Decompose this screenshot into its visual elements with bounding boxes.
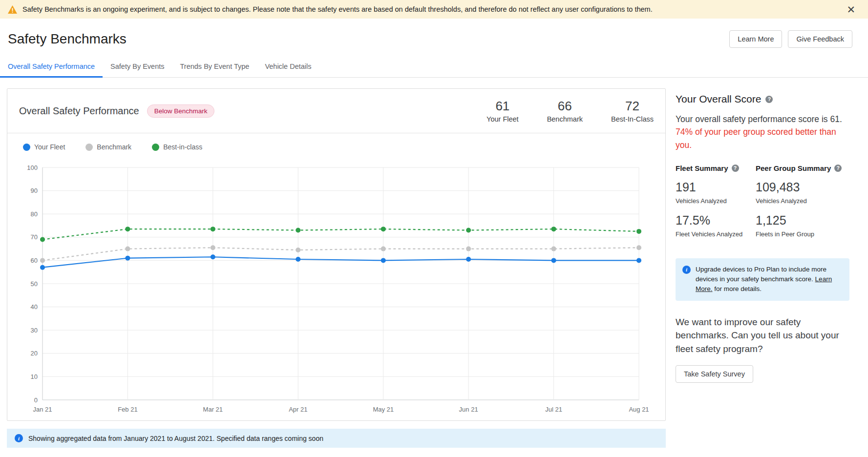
stat-benchmark-value: 66 [547, 99, 583, 114]
score-summary-text: Your overall safety performance score is… [676, 113, 849, 151]
peer-summary-title: Peer Group Summary [756, 164, 831, 172]
fleet-summary-heading: Fleet Summary ? [676, 164, 754, 172]
peer-vehicles-analyzed-label: Vehicles Analyzed [756, 197, 849, 205]
svg-text:Jun 21: Jun 21 [459, 406, 478, 413]
svg-text:20: 20 [31, 350, 38, 357]
tab-trends-by-event-type[interactable]: Trends By Event Type [172, 56, 257, 78]
peer-summary-heading: Peer Group Summary ? [756, 164, 849, 172]
legend-dot-best-in-class [152, 144, 159, 151]
safety-trend-chart: 0102030405060708090100Jan 21Feb 21Mar 21… [20, 162, 653, 415]
stat-benchmark: 66 Benchmark [547, 99, 583, 123]
svg-text:Apr 21: Apr 21 [289, 406, 307, 413]
score-text-highlight: 74% of your peer group scored better tha… [676, 127, 836, 149]
tab-safety-by-events[interactable]: Safety By Events [103, 56, 172, 78]
fleet-vehicles-analyzed-stat: 191 Vehicles Analyzed [676, 180, 754, 205]
main-content: Overall Safety Performance Below Benchma… [0, 78, 868, 448]
svg-text:30: 30 [31, 327, 38, 334]
fleet-vehicles-analyzed-label: Vehicles Analyzed [676, 197, 754, 205]
page-title: Safety Benchmarks [8, 31, 127, 47]
upgrade-note-after: for more details. [713, 285, 762, 292]
chart-legend: Your Fleet Benchmark Best-in-class [23, 143, 653, 151]
svg-text:Jan 21: Jan 21 [33, 406, 52, 413]
svg-text:Aug 21: Aug 21 [629, 406, 649, 413]
fleets-in-peer-group-value: 1,125 [756, 213, 849, 228]
overall-score-sidebar: Your Overall Score ? Your overall safety… [676, 88, 849, 383]
fleet-vehicles-analyzed-value: 191 [676, 180, 754, 194]
fleets-in-peer-group-label: Fleets in Peer Group [756, 230, 849, 238]
help-icon-fleet-summary[interactable]: ? [732, 165, 739, 172]
sidebar-title-row: Your Overall Score ? [676, 93, 849, 105]
give-feedback-button[interactable]: Give Feedback [788, 30, 852, 48]
fleet-vehicles-analyzed-pct-stat: 17.5% Fleet Vehicles Analyzed [676, 213, 754, 238]
data-range-text: Showing aggregated data from January 202… [28, 435, 323, 442]
svg-text:Feb 21: Feb 21 [118, 406, 137, 413]
chart-svg: 0102030405060708090100Jan 21Feb 21Mar 21… [20, 162, 653, 415]
svg-text:10: 10 [31, 373, 38, 380]
stat-best-in-class-label: Best-In-Class [611, 115, 654, 123]
help-icon-overall-score[interactable]: ? [765, 96, 773, 103]
upgrade-note-box: i Upgrade devices to Pro Plan to include… [676, 258, 849, 301]
fleet-vehicles-analyzed-pct-value: 17.5% [676, 213, 754, 228]
tab-vehicle-details[interactable]: Vehicle Details [257, 56, 319, 78]
stat-your-fleet: 61 Your Fleet [487, 99, 519, 123]
page-header: Safety Benchmarks Learn More Give Feedba… [0, 19, 868, 56]
fleet-vehicles-analyzed-pct-label: Fleet Vehicles Analyzed [676, 230, 754, 238]
data-range-info-bar: i Showing aggregated data from January 2… [7, 429, 666, 448]
info-icon: i [682, 266, 691, 274]
banner-text: Safety Benchmarks is an ongoing experime… [22, 5, 653, 13]
close-icon[interactable]: ✕ [845, 3, 857, 16]
peer-vehicles-analyzed-stat: 109,483 Vehicles Analyzed [756, 180, 849, 205]
fleets-in-peer-group-stat: 1,125 Fleets in Peer Group [756, 213, 849, 238]
stat-best-in-class: 72 Best-In-Class [611, 99, 654, 123]
stat-best-in-class-value: 72 [611, 99, 654, 114]
info-icon: i [15, 434, 23, 442]
warning-icon [8, 5, 17, 14]
stat-benchmark-label: Benchmark [547, 115, 583, 123]
take-safety-survey-button[interactable]: Take Safety Survey [676, 365, 753, 383]
legend-dot-benchmark [85, 144, 93, 151]
legend-item-your-fleet: Your Fleet [23, 143, 65, 151]
svg-text:May 21: May 21 [373, 406, 394, 413]
status-badge: Below Benchmark [147, 104, 215, 118]
fleet-summary-title: Fleet Summary [676, 164, 728, 172]
card-body: Your Fleet Benchmark Best-in-class 01020… [7, 133, 665, 420]
svg-text:Jul 21: Jul 21 [545, 406, 562, 413]
tab-overall-safety-performance[interactable]: Overall Safety Performance [0, 56, 103, 78]
survey-prompt: We want to improve our safety benchmarks… [676, 315, 849, 356]
header-actions: Learn More Give Feedback [729, 30, 852, 48]
overall-safety-performance-card: Overall Safety Performance Below Benchma… [7, 88, 666, 421]
legend-label-your-fleet: Your Fleet [34, 143, 65, 151]
legend-item-benchmark: Benchmark [85, 143, 131, 151]
score-text-normal: Your overall safety performance score is… [676, 114, 842, 124]
svg-text:50: 50 [31, 280, 38, 288]
tab-bar: Overall Safety Performance Safety By Eve… [0, 56, 868, 78]
summary-grid: Fleet Summary ? Peer Group Summary ? 191… [676, 164, 849, 247]
svg-text:0: 0 [34, 396, 38, 404]
legend-dot-your-fleet [23, 144, 30, 151]
experiment-warning-banner: Safety Benchmarks is an ongoing experime… [0, 0, 868, 19]
legend-label-benchmark: Benchmark [97, 143, 131, 151]
svg-text:70: 70 [31, 233, 38, 241]
svg-text:80: 80 [31, 210, 38, 218]
peer-vehicles-analyzed-value: 109,483 [756, 180, 849, 194]
legend-item-best-in-class: Best-in-class [152, 143, 202, 151]
card-title: Overall Safety Performance [19, 105, 139, 117]
svg-text:40: 40 [31, 303, 38, 311]
upgrade-note-before: Upgrade devices to Pro Plan to include m… [696, 266, 826, 283]
learn-more-button[interactable]: Learn More [729, 30, 782, 48]
chart-column: Overall Safety Performance Below Benchma… [7, 88, 666, 448]
svg-text:100: 100 [27, 164, 38, 171]
sidebar-title: Your Overall Score [676, 93, 761, 105]
svg-text:90: 90 [31, 187, 38, 194]
upgrade-note-text: Upgrade devices to Pro Plan to include m… [696, 265, 843, 294]
help-icon-peer-summary[interactable]: ? [834, 165, 842, 172]
stat-your-fleet-value: 61 [487, 99, 519, 114]
svg-text:60: 60 [31, 257, 38, 264]
legend-label-best-in-class: Best-in-class [163, 143, 202, 151]
card-header: Overall Safety Performance Below Benchma… [7, 89, 665, 133]
svg-text:Mar 21: Mar 21 [203, 406, 223, 413]
stat-your-fleet-label: Your Fleet [487, 115, 519, 123]
score-stats: 61 Your Fleet 66 Benchmark 72 Best-In-Cl… [487, 99, 654, 123]
